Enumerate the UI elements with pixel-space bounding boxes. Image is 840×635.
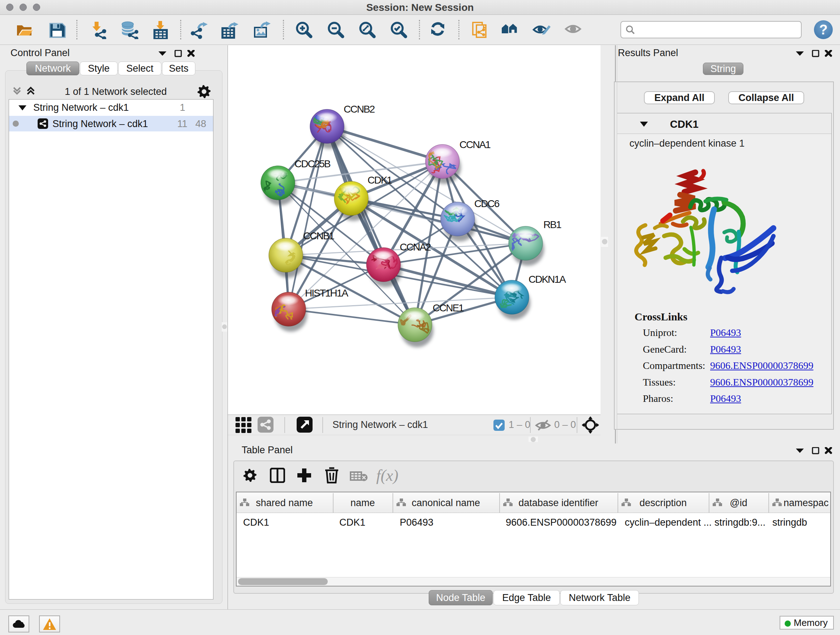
svg-text:RB1: RB1 <box>543 219 561 230</box>
svg-text:CCNE1: CCNE1 <box>433 302 464 314</box>
svg-text:CDC25B: CDC25B <box>294 158 331 169</box>
svg-text:CCNA2: CCNA2 <box>400 241 431 253</box>
svg-text:CCNB2: CCNB2 <box>344 103 375 115</box>
svg-text:CDC6: CDC6 <box>474 198 500 209</box>
svg-text:CCNA1: CCNA1 <box>459 139 491 150</box>
svg-text:CCNB1: CCNB1 <box>303 230 334 241</box>
svg-text:HIST1H1A: HIST1H1A <box>305 287 348 299</box>
svg-text:CDKN1A: CDKN1A <box>529 274 566 285</box>
svg-text:CDK1: CDK1 <box>368 174 392 186</box>
